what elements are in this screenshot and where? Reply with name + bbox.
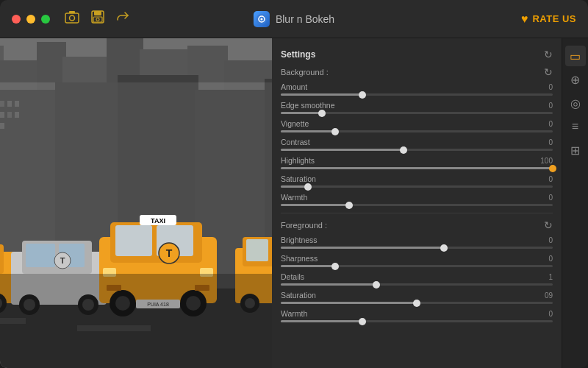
foreground-controls: Brightness0Sharpness0Details1Saturation0… [281,236,553,323]
slider[interactable] [281,204,553,207]
rate-us-button[interactable]: ♥ RATE US [521,13,576,26]
control-row-details: Details1 [281,272,553,286]
share-icon[interactable] [116,10,129,27]
background-reset-icon[interactable]: ↻ [544,66,553,78]
slider[interactable] [281,149,553,152]
svg-rect-34 [7,112,12,118]
settings-title: Settings [281,49,315,60]
control-label: Saturation [281,291,316,300]
svg-rect-37 [0,123,4,129]
svg-rect-33 [0,112,4,118]
svg-point-6 [96,18,99,21]
slider[interactable] [281,112,553,115]
sidebar-icons: ▭⊕◎≡⊞ [562,38,588,368]
svg-rect-0 [65,13,79,23]
svg-rect-29 [0,101,4,107]
control-row-warmth: Warmth0 [281,309,553,323]
control-row-saturation: Saturation09 [281,291,553,305]
control-value: 0 [548,120,553,128]
background-controls: Amount0Edge smoothne0Vignette0Contrast0H… [281,82,553,207]
photo-canvas: TAXI T T [0,38,272,368]
zoom-icon[interactable]: ⊕ [565,69,586,90]
control-value: 0 [548,194,553,202]
slider[interactable] [281,167,553,170]
rectangle-icon[interactable]: ▭ [565,46,586,66]
control-value: 0 [548,255,553,263]
slider[interactable] [281,320,553,323]
control-label: Sharpness [281,254,318,263]
control-value: 0 [548,138,553,146]
list-icon[interactable]: ≡ [565,116,586,137]
control-label: Warmth [281,309,307,318]
slider[interactable] [281,283,553,286]
minimize-button[interactable] [26,15,35,24]
maximize-button[interactable] [41,15,50,24]
control-row-contrast: Contrast0 [281,138,553,152]
control-row-vignette: Vignette0 [281,119,553,133]
svg-rect-71 [115,225,152,256]
svg-text:T: T [60,256,65,265]
import-icon[interactable] [65,10,79,27]
traffic-lights [12,15,50,24]
control-value: 09 [545,291,553,300]
svg-rect-30 [7,101,12,107]
toolbar [65,10,129,27]
control-label: Saturation [281,174,316,183]
svg-rect-99 [0,274,272,368]
control-value: 0 [548,236,553,244]
settings-reset-icon[interactable]: ↻ [544,49,553,60]
foreground-reset-icon[interactable]: ↻ [544,219,553,231]
svg-text:T: T [166,247,173,259]
slider[interactable] [281,265,553,268]
svg-rect-4 [94,11,101,15]
control-row-warmth: Warmth0 [281,193,553,207]
divider-1 [281,213,553,213]
control-value: 0 [548,310,553,318]
grid-icon[interactable]: ⊞ [565,140,586,160]
control-label: Amount [281,82,307,91]
control-value: 0 [548,83,553,91]
control-label: Details [281,272,304,281]
control-label: Highlights [281,156,315,165]
svg-rect-61 [26,244,55,267]
foreground-label: Foreground : [281,221,327,230]
heart-icon: ♥ [521,13,528,26]
control-row-edge-smoothne: Edge smoothne0 [281,101,553,115]
control-label: Contrast [281,138,310,146]
control-label: Vignette [281,119,309,128]
svg-rect-31 [15,101,19,107]
titlebar: Blur n Bokeh ♥ RATE US [0,0,588,38]
control-row-sharpness: Sharpness0 [281,254,553,268]
slider[interactable] [281,185,553,188]
svg-text:TAXI: TAXI [151,217,165,224]
slider[interactable] [281,302,553,305]
control-row-amount: Amount0 [281,82,553,96]
foreground-section: Foreground : ↻ [281,219,553,231]
close-button[interactable] [12,15,21,24]
svg-rect-89 [246,239,268,261]
app-title: Blur n Bokeh [276,13,334,25]
slider[interactable] [281,247,553,250]
title-center: Blur n Bokeh [254,11,334,27]
main-content: TAXI T T [0,38,588,368]
svg-rect-35 [15,112,19,118]
control-value: 0 [548,175,553,183]
control-row-highlights: Highlights100 [281,156,553,170]
control-label: Warmth [281,193,307,202]
slider[interactable] [281,130,553,133]
settings-panel: Settings ↻ Background : ↻ Amount0Edge sm… [272,38,562,368]
control-label: Edge smoothne [281,101,335,110]
svg-rect-48 [0,244,4,274]
svg-rect-100 [0,38,272,82]
control-value: 0 [548,102,553,110]
save-icon[interactable] [91,10,104,27]
image-area[interactable]: TAXI T T [0,38,272,368]
sidebar-icon-list: ▭⊕◎≡⊞ [565,46,586,160]
slider[interactable] [281,93,553,96]
svg-point-9 [260,18,262,20]
control-row-brightness: Brightness0 [281,236,553,250]
control-value: 100 [540,157,553,165]
app-icon [254,11,270,27]
control-value: 1 [548,273,553,281]
clock-icon[interactable]: ◎ [565,93,586,113]
